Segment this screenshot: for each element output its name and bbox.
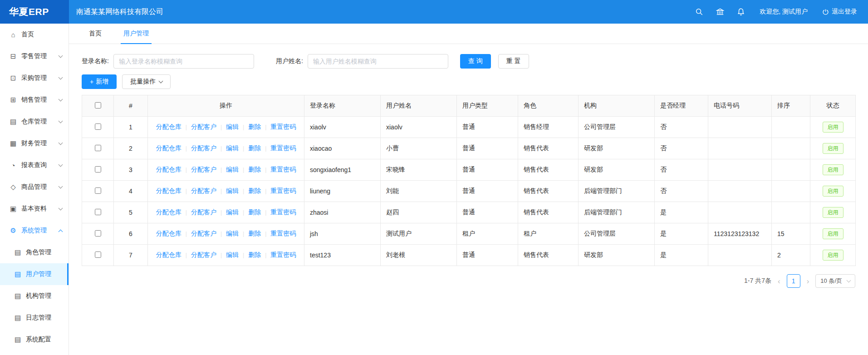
assign-warehouse-link[interactable]: 分配仓库 [156, 123, 181, 131]
sidebar-item-report[interactable]: ◔报表查询 [0, 154, 69, 176]
sidebar-item-system[interactable]: ⚙系统管理 [0, 220, 69, 242]
delete-link[interactable]: 删除 [248, 208, 261, 217]
sidebar-item-warehouse[interactable]: ▤仓库管理 [0, 111, 69, 133]
sidebar-subitem-label: 用户管理 [26, 270, 51, 278]
assign-warehouse-link[interactable]: 分配仓库 [156, 166, 181, 174]
login-name-input[interactable] [113, 54, 254, 69]
cell-type: 普通 [457, 117, 518, 138]
reset-password-link[interactable]: 重置密码 [270, 144, 296, 153]
op-divider: | [265, 124, 266, 130]
assign-customer-link[interactable]: 分配客户 [191, 208, 216, 217]
reset-password-link[interactable]: 重置密码 [270, 208, 296, 217]
status-badge[interactable]: 启用 [823, 250, 843, 261]
chevron-right-icon[interactable]: › [806, 277, 810, 285]
cell-login: xiaocao [304, 138, 381, 159]
page-number-button[interactable]: 1 [787, 274, 800, 288]
delete-link[interactable]: 删除 [248, 144, 261, 153]
cell-name: 赵四 [381, 202, 457, 223]
sidebar-subitem-org[interactable]: ▤机构管理 [0, 285, 69, 307]
sidebar-subitem-role[interactable]: ▤角色管理 [0, 242, 69, 263]
retail-icon: ⊟ [9, 52, 17, 60]
assign-warehouse-link[interactable]: 分配仓库 [156, 208, 181, 217]
edit-link[interactable]: 编辑 [226, 166, 239, 174]
sidebar-item-retail[interactable]: ⊟零售管理 [0, 45, 69, 67]
edit-link[interactable]: 编辑 [226, 123, 239, 131]
sidebar-subitem-log[interactable]: ▤日志管理 [0, 307, 69, 329]
sidebar-item-finance[interactable]: ▦财务管理 [0, 133, 69, 154]
sidebar-item-purchase[interactable]: ⊡采购管理 [0, 67, 69, 89]
sidebar-item-sales[interactable]: ⊞销售管理 [0, 89, 69, 111]
add-button[interactable]: + 新增 [82, 74, 117, 89]
delete-link[interactable]: 删除 [248, 251, 261, 259]
assign-customer-link[interactable]: 分配客户 [191, 144, 216, 153]
reset-password-link[interactable]: 重置密码 [270, 230, 296, 238]
assign-customer-link[interactable]: 分配客户 [191, 251, 216, 259]
sidebar-subitem-config[interactable]: ▤系统配置 [0, 329, 69, 350]
cell-login: songxiaofeng1 [304, 159, 381, 181]
row-checkbox[interactable] [95, 230, 101, 237]
delete-link[interactable]: 删除 [248, 123, 261, 131]
row-checkbox[interactable] [95, 145, 101, 151]
delete-link[interactable]: 删除 [248, 166, 261, 174]
select-all-checkbox[interactable] [95, 102, 101, 108]
sidebar-item-basic-data[interactable]: ▣基本资料 [0, 198, 69, 220]
cell-org: 研发部 [579, 245, 655, 266]
user-name-input[interactable] [308, 54, 448, 69]
edit-link[interactable]: 编辑 [226, 144, 239, 153]
bank-icon[interactable] [716, 8, 724, 16]
row-operations-cell: 分配仓库|分配客户|编辑|删除|重置密码 [148, 117, 304, 138]
assign-warehouse-link[interactable]: 分配仓库 [156, 251, 181, 259]
reset-password-link[interactable]: 重置密码 [270, 166, 296, 174]
delete-link[interactable]: 删除 [248, 187, 261, 195]
edit-link[interactable]: 编辑 [226, 251, 239, 259]
sidebar-subitem-user[interactable]: ▤用户管理 [0, 263, 69, 285]
edit-link[interactable]: 编辑 [226, 187, 239, 195]
tab-user-management[interactable]: 用户管理 [121, 24, 152, 44]
tab-home[interactable]: 首页 [86, 24, 104, 44]
search-button[interactable]: 查 询 [460, 54, 491, 69]
page-size-select[interactable]: 10 条/页 [815, 274, 855, 288]
edit-link[interactable]: 编辑 [226, 208, 239, 217]
assign-warehouse-link[interactable]: 分配仓库 [156, 230, 181, 238]
column-header: # [114, 95, 148, 117]
assign-customer-link[interactable]: 分配客户 [191, 230, 216, 238]
status-badge[interactable]: 启用 [823, 122, 843, 133]
row-checkbox[interactable] [95, 209, 101, 215]
status-badge[interactable]: 启用 [823, 164, 843, 175]
assign-customer-link[interactable]: 分配客户 [191, 166, 216, 174]
status-badge[interactable]: 启用 [823, 186, 843, 197]
reset-password-link[interactable]: 重置密码 [270, 123, 296, 131]
reset-button[interactable]: 重 置 [498, 54, 529, 69]
sidebar-item-label: 首页 [21, 30, 34, 39]
row-checkbox[interactable] [95, 187, 101, 194]
edit-link[interactable]: 编辑 [226, 230, 239, 238]
row-select-cell [82, 117, 114, 138]
assign-warehouse-link[interactable]: 分配仓库 [156, 187, 181, 195]
logout-button[interactable]: 退出登录 [822, 8, 857, 16]
row-checkbox[interactable] [95, 166, 101, 173]
cell-sort: 2 [772, 245, 810, 266]
assign-customer-link[interactable]: 分配客户 [191, 187, 216, 195]
sidebar-item-label: 商品管理 [21, 183, 47, 191]
column-header: 操作 [148, 95, 304, 117]
warehouse-icon: ▤ [9, 118, 17, 126]
assign-warehouse-link[interactable]: 分配仓库 [156, 144, 181, 153]
status-badge[interactable]: 启用 [823, 207, 843, 218]
reset-password-link[interactable]: 重置密码 [270, 251, 296, 259]
op-divider: | [265, 188, 266, 194]
delete-link[interactable]: 删除 [248, 230, 261, 238]
status-badge[interactable]: 启用 [823, 143, 843, 154]
sidebar-item-label: 仓库管理 [21, 118, 47, 126]
row-checkbox[interactable] [95, 251, 101, 258]
assign-customer-link[interactable]: 分配客户 [191, 123, 216, 131]
chevron-left-icon[interactable]: ‹ [777, 277, 781, 285]
cell-login: zhaosi [304, 202, 381, 223]
batch-actions-button[interactable]: 批量操作 [122, 74, 171, 89]
sidebar-item-home[interactable]: ⌂首页 [0, 24, 69, 45]
sidebar-item-goods[interactable]: ◇商品管理 [0, 176, 69, 198]
row-checkbox[interactable] [95, 123, 101, 130]
search-icon[interactable] [695, 8, 703, 16]
bell-icon[interactable] [737, 8, 745, 16]
reset-password-link[interactable]: 重置密码 [270, 187, 296, 195]
status-badge[interactable]: 启用 [823, 228, 843, 239]
